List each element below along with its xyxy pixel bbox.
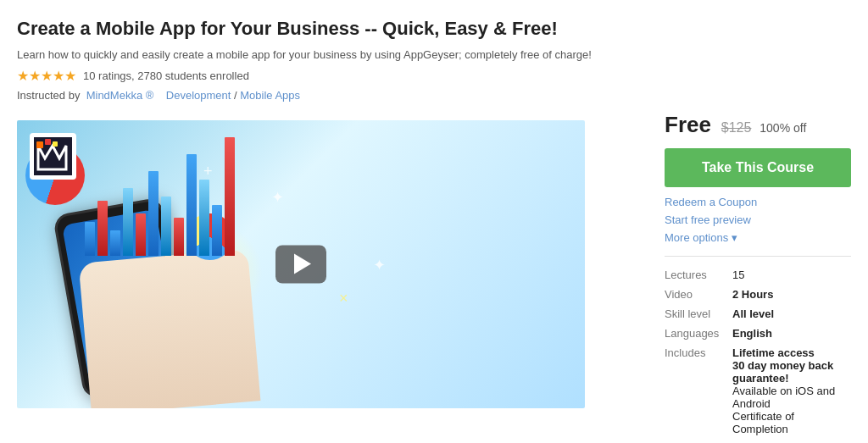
sparkle-4: × bbox=[339, 290, 348, 307]
meta-row-skill: Skill level All level bbox=[665, 304, 851, 324]
svg-rect-4 bbox=[53, 141, 58, 147]
course-title: Create a Mobile App for Your Business --… bbox=[17, 17, 851, 42]
includes-line2: 30 day money back guarantee! bbox=[732, 359, 833, 385]
ratings-count: 10 ratings, 2780 students enrolled bbox=[83, 69, 249, 82]
play-triangle-icon bbox=[294, 254, 311, 274]
breadcrumb: Development / Mobile Apps bbox=[166, 89, 300, 102]
breadcrumb-sub[interactable]: Mobile Apps bbox=[240, 89, 300, 102]
instructor-label: Instructed by bbox=[17, 89, 80, 102]
instructor-row: Instructed by MindMekka ® Development / … bbox=[17, 89, 851, 102]
video-value: 2 Hours bbox=[732, 288, 773, 301]
bar-3 bbox=[110, 230, 120, 256]
bar-11 bbox=[212, 205, 222, 256]
breadcrumb-cat[interactable]: Development bbox=[166, 89, 231, 102]
course-description: Learn how to quickly and easily create a… bbox=[17, 48, 851, 61]
course-image: + ✦ ✦ × bbox=[17, 120, 585, 408]
includes-line1: Lifetime access bbox=[732, 346, 815, 359]
hand-shape bbox=[79, 248, 261, 407]
price-free-label: Free bbox=[665, 112, 711, 137]
includes-values: Lifetime access 30 day money back guaran… bbox=[732, 343, 851, 439]
start-preview-link[interactable]: Start free preview bbox=[665, 213, 851, 226]
more-options-link[interactable]: More options ▾ bbox=[665, 231, 851, 244]
sparkle-1: + bbox=[203, 163, 213, 180]
bar-chart bbox=[85, 137, 235, 256]
divider bbox=[665, 256, 851, 257]
bar-10 bbox=[199, 180, 209, 256]
right-column: Free $125 100% off Take This Course Rede… bbox=[665, 112, 851, 443]
instructor-link[interactable]: MindMekka ® bbox=[86, 89, 154, 102]
meta-row-lectures: Lectures 15 bbox=[665, 265, 851, 285]
bar-1 bbox=[85, 222, 95, 256]
bar-4 bbox=[123, 188, 133, 256]
breadcrumb-sep: / bbox=[231, 89, 240, 102]
bar-9 bbox=[186, 154, 197, 256]
lectures-label: Lectures bbox=[665, 265, 732, 285]
ratings-row: ★★★★★ 10 ratings, 2780 students enrolled bbox=[17, 68, 851, 84]
languages-label: Languages bbox=[665, 324, 732, 343]
sparkle-2: ✦ bbox=[271, 188, 284, 207]
bar-8 bbox=[174, 218, 184, 256]
languages-value: English bbox=[732, 327, 772, 340]
svg-rect-3 bbox=[45, 139, 51, 145]
meta-row-languages: Languages English bbox=[665, 324, 851, 343]
sparkle-3: ✦ bbox=[373, 256, 386, 274]
left-column: + ✦ ✦ × bbox=[17, 112, 648, 408]
play-button[interactable] bbox=[275, 245, 326, 283]
bar-12 bbox=[225, 137, 235, 256]
meta-row-includes: Includes Lifetime access 30 day money ba… bbox=[665, 343, 851, 439]
price-original: $125 bbox=[721, 120, 752, 135]
skill-value: All level bbox=[732, 307, 774, 320]
includes-line4: Certificate of Completion bbox=[732, 410, 794, 435]
bar-7 bbox=[161, 197, 171, 256]
bar-6 bbox=[148, 171, 159, 256]
video-label: Video bbox=[665, 285, 732, 304]
logo-badge bbox=[30, 133, 76, 180]
price-discount: 100% off bbox=[760, 121, 806, 135]
page-container: + ✦ ✦ × Free $125 100% off Take This Cou… bbox=[17, 112, 851, 443]
skill-label: Skill level bbox=[665, 304, 732, 324]
lectures-value: 15 bbox=[732, 265, 851, 285]
course-image-bg: + ✦ ✦ × bbox=[17, 120, 585, 408]
bar-2 bbox=[97, 201, 108, 256]
course-meta: Lectures 15 Video 2 Hours Skill level Al… bbox=[665, 265, 851, 439]
bar-5 bbox=[136, 213, 146, 256]
meta-table: Lectures 15 Video 2 Hours Skill level Al… bbox=[665, 265, 851, 439]
star-rating: ★★★★★ bbox=[17, 68, 76, 84]
meta-row-video: Video 2 Hours bbox=[665, 285, 851, 304]
redeem-coupon-link[interactable]: Redeem a Coupon bbox=[665, 196, 851, 208]
includes-line3: Available on iOS and Android bbox=[732, 385, 835, 410]
includes-label: Includes bbox=[665, 343, 732, 439]
price-section: Free $125 100% off bbox=[665, 112, 851, 138]
take-course-button[interactable]: Take This Course bbox=[665, 148, 851, 187]
svg-rect-2 bbox=[36, 141, 43, 148]
logo-svg bbox=[34, 137, 72, 175]
